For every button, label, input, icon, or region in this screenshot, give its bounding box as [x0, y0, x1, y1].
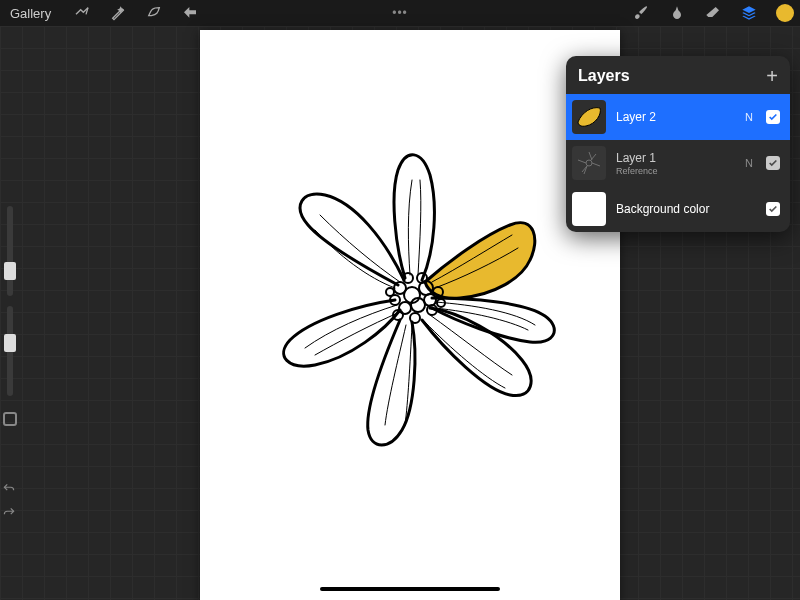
svg-point-15: [586, 160, 592, 166]
svg-point-4: [399, 302, 411, 314]
svg-point-12: [410, 313, 420, 323]
modify-button[interactable]: [3, 412, 17, 426]
layer-thumbnail: [572, 192, 606, 226]
layer-name-label: Layer 1: [616, 151, 732, 165]
workspace: Layers + Layer 2 N Layer 1 Reference N: [0, 26, 800, 600]
smudge-icon[interactable]: [668, 4, 686, 22]
layers-title: Layers: [578, 67, 630, 85]
brush-size-slider[interactable]: [7, 206, 13, 296]
home-indicator: [320, 587, 500, 591]
undo-redo-group: [2, 482, 18, 522]
side-sliders: [0, 206, 20, 426]
adjustments-icon[interactable]: [73, 4, 91, 22]
add-layer-button[interactable]: +: [766, 66, 778, 86]
toolbar-left-group: Gallery: [6, 4, 199, 23]
top-toolbar: Gallery •••: [0, 0, 800, 26]
brush-opacity-slider[interactable]: [7, 306, 13, 396]
brush-opacity-thumb[interactable]: [4, 334, 16, 352]
brush-icon[interactable]: [632, 4, 650, 22]
redo-icon[interactable]: [2, 506, 18, 522]
toolbar-right-group: [632, 4, 794, 22]
layer-info: Layer 1 Reference: [616, 151, 732, 176]
gallery-button[interactable]: Gallery: [6, 4, 55, 23]
layer-row[interactable]: Layer 2 N: [566, 94, 790, 140]
svg-point-14: [386, 288, 394, 296]
undo-icon[interactable]: [2, 482, 18, 498]
layers-icon[interactable]: [740, 4, 758, 22]
layers-panel: Layers + Layer 2 N Layer 1 Reference N: [566, 56, 790, 232]
layer-name-label: Layer 2: [616, 110, 732, 124]
canvas[interactable]: [200, 30, 620, 600]
layers-header: Layers +: [566, 56, 790, 94]
layer-visibility-checkbox[interactable]: [766, 202, 780, 216]
layer-subtitle-label: Reference: [616, 166, 732, 176]
transform-icon[interactable]: [181, 4, 199, 22]
layer-thumbnail: [572, 100, 606, 134]
color-swatch[interactable]: [776, 4, 794, 22]
layer-visibility-checkbox[interactable]: [766, 156, 780, 170]
layer-thumbnail: [572, 146, 606, 180]
eraser-icon[interactable]: [704, 4, 722, 22]
selection-icon[interactable]: [145, 4, 163, 22]
layer-name-label: Background color: [616, 202, 732, 216]
brush-size-thumb[interactable]: [4, 262, 16, 280]
layer-visibility-checkbox[interactable]: [766, 110, 780, 124]
layer-row[interactable]: Layer 1 Reference N: [566, 140, 790, 186]
layer-info: Background color: [616, 202, 732, 216]
layer-blend-mode[interactable]: N: [742, 111, 756, 123]
layer-row[interactable]: Background color: [566, 186, 790, 232]
layer-info: Layer 2: [616, 110, 732, 124]
wand-icon[interactable]: [109, 4, 127, 22]
canvas-options-icon[interactable]: •••: [392, 6, 408, 20]
layer-blend-mode[interactable]: N: [742, 157, 756, 169]
svg-point-2: [394, 282, 406, 294]
